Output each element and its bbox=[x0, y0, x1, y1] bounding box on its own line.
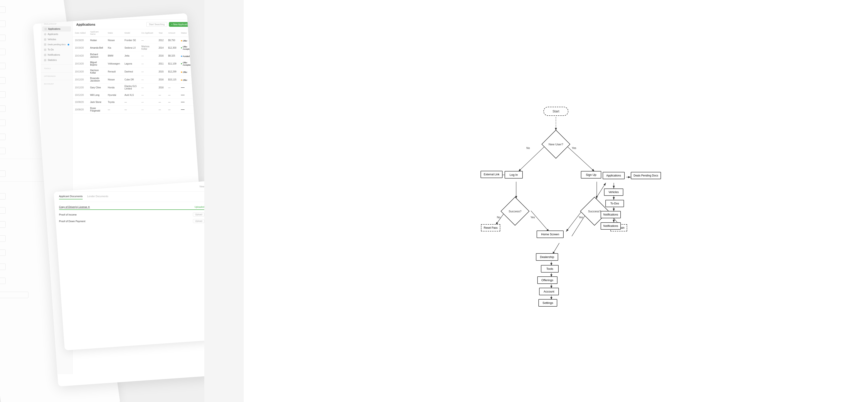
table-row[interactable]: 10/12/20 Rosendo Jacobson Nissan Cube DR… bbox=[73, 76, 195, 84]
sidebar-item-todo[interactable]: To-Do bbox=[41, 47, 72, 52]
sidebar-item-statistics[interactable]: Statistics bbox=[41, 57, 72, 63]
cell-year: 2015 bbox=[156, 68, 166, 76]
col-model: Model bbox=[122, 29, 139, 37]
cell-amount: — bbox=[166, 98, 179, 106]
cell-date: 10/14/20 bbox=[73, 52, 88, 60]
field-vehicle-value-input bbox=[0, 134, 6, 140]
field-total-fees-input bbox=[0, 263, 6, 270]
cell-status: — bbox=[179, 91, 195, 98]
cell-amount: $12,299 bbox=[166, 68, 179, 76]
cell-make: Hyundai bbox=[105, 91, 122, 98]
field-monthly-pay-input bbox=[0, 63, 6, 69]
sidebar-divider-3 bbox=[41, 80, 72, 80]
statistics-icon bbox=[44, 59, 46, 61]
node-notifications-1: Notifications bbox=[600, 211, 621, 218]
col-amount: Amount bbox=[166, 29, 179, 37]
field-book-source-select[interactable]: ▾ bbox=[0, 148, 6, 154]
doc-item-1: Copy of Driver(s) License ✕ Uploaded bbox=[59, 205, 204, 210]
cell-coapplicant: Marissa Kellar bbox=[139, 44, 156, 52]
table-row[interactable]: 10/08/20 Jack Stone Toyota — — — — — bbox=[73, 98, 195, 106]
sidebar-item-applications[interactable]: Applications bbox=[42, 26, 71, 32]
col-status: Status bbox=[179, 29, 195, 37]
doc-income-upload[interactable]: Upload bbox=[193, 212, 204, 217]
node-account: Account bbox=[539, 288, 559, 295]
sidebar-section-account: ACCOUNT bbox=[41, 82, 72, 86]
cell-year: 2014 bbox=[156, 44, 166, 52]
cell-model: Sedona LX bbox=[122, 44, 139, 52]
tab-lender-docs[interactable]: Lender Documents bbox=[87, 195, 108, 199]
cell-status: — bbox=[179, 84, 195, 91]
cell-model: Elantra GL5 Limited bbox=[122, 84, 139, 91]
cell-make: Honda bbox=[105, 84, 122, 91]
label-success-no-left: No bbox=[497, 216, 500, 219]
table-row[interactable]: 10/08/20 Rosie Fitzgerald — — — — — — bbox=[73, 106, 195, 114]
applications-icon bbox=[44, 28, 47, 30]
field-model-input bbox=[0, 105, 6, 112]
user-avatar: J bbox=[188, 13, 192, 17]
node-reset-pass: Reset Pass bbox=[481, 224, 500, 231]
cell-model: Frontier SE bbox=[122, 37, 139, 44]
cell-coapplicant: — bbox=[139, 37, 156, 44]
table-row[interactable]: 10/18/20 Hodan Nissan Frontier SE — 2012… bbox=[73, 37, 195, 44]
table-row[interactable]: 10/12/20 Will Long Hyundai Avid XLS — — … bbox=[73, 91, 195, 98]
field-loan-type-select[interactable]: ▾ bbox=[0, 91, 6, 98]
content-title: Applications bbox=[76, 23, 95, 26]
cell-amount: $15,115 bbox=[166, 76, 179, 84]
sidebar-item-notifications[interactable]: Notifications bbox=[41, 52, 72, 57]
cell-model: Avid XLS bbox=[122, 91, 139, 98]
cell-model: — bbox=[122, 98, 139, 106]
cell-coapplicant: — bbox=[139, 91, 156, 98]
cell-date: 10/12/20 bbox=[73, 91, 88, 98]
field-unpaid-input bbox=[0, 278, 6, 284]
cell-coapplicant: — bbox=[139, 68, 156, 76]
node-external-link: External Link bbox=[480, 171, 502, 178]
col-date: Date Added bbox=[73, 29, 88, 37]
deals-pending-badge bbox=[68, 44, 69, 46]
node-settings: Settings bbox=[538, 299, 557, 307]
tab-applicant-docs[interactable]: Applicant Documents bbox=[59, 195, 83, 199]
cell-year: 2016 bbox=[156, 52, 166, 60]
cell-status: Offer bbox=[179, 37, 195, 44]
vehicles-icon bbox=[44, 38, 46, 41]
table-row[interactable]: 10/12/20 Gary Cline Honda Elantra GL5 Li… bbox=[73, 84, 195, 91]
cell-model: Cube DR bbox=[122, 76, 139, 84]
table-row[interactable]: 10/13/20 Miguel Bojeno Volkswagen Laguna… bbox=[73, 60, 195, 68]
doc-downpayment-upload[interactable]: Upload bbox=[193, 219, 204, 223]
sidebar-section-offerings: OFFERINGS bbox=[41, 74, 72, 78]
col-year: Year bbox=[156, 29, 166, 37]
svg-line-3 bbox=[567, 146, 594, 171]
sidebar-divider-1 bbox=[41, 64, 72, 65]
cell-status: Offer bbox=[179, 76, 195, 84]
node-notifications-2: Notifications bbox=[600, 222, 621, 230]
sidebar-item-applicants[interactable]: Applicants bbox=[41, 32, 72, 37]
screen-docs: Documents View Applicant Documents Lende… bbox=[54, 181, 204, 350]
table-row[interactable]: 10/13/20 Harrison Kellar Renault Danheul… bbox=[73, 68, 195, 76]
doc-item-2: Proof of Income Upload bbox=[59, 212, 204, 217]
field-other-fees-input bbox=[0, 249, 6, 256]
field-cash-down-input bbox=[0, 221, 6, 228]
node-vehicles: Vehicles bbox=[604, 189, 623, 196]
field-income-type-select[interactable]: ▾ bbox=[0, 21, 6, 27]
search-box[interactable]: Start Searching bbox=[146, 22, 167, 27]
table-row[interactable]: 10/18/20 Amanda Bell Kia Sedona LX Maris… bbox=[73, 44, 195, 52]
node-new-user-label: New User? bbox=[542, 131, 569, 158]
left-panel: Title * Income Type * ▾ Phone Number * G… bbox=[0, 0, 204, 402]
node-new-user-wrapper: New User? bbox=[542, 131, 569, 158]
cell-name: Richard Jackson bbox=[88, 52, 105, 60]
cell-coapplicant: — bbox=[139, 98, 156, 106]
mockup-container: Title * Income Type * ▾ Phone Number * G… bbox=[0, 0, 204, 402]
node-deals-pending-docs: Deals Pending Docs bbox=[631, 172, 661, 179]
cell-coapplicant: — bbox=[139, 76, 156, 84]
table-row[interactable]: 10/14/20 Richard Jackson BMW Jetta — 201… bbox=[73, 52, 195, 60]
field-vehicle-type-select[interactable]: ▾ bbox=[0, 77, 6, 84]
doc-item-3: Proof of Down Payment Upload bbox=[59, 219, 204, 223]
svg-line-2 bbox=[519, 146, 545, 171]
doc-income-label: Proof of Income bbox=[59, 213, 77, 216]
label-success-yes-left: Yes bbox=[530, 216, 535, 219]
sidebar-item-vehicles[interactable]: Vehicles bbox=[41, 37, 72, 42]
sidebar-item-deals-pending[interactable]: Deals pending docs bbox=[41, 42, 72, 47]
new-application-button[interactable]: + New Application bbox=[169, 22, 192, 27]
cell-make: Nissan bbox=[105, 76, 122, 84]
node-login: Log In bbox=[505, 171, 523, 178]
col-name: Applicant Name bbox=[88, 29, 105, 37]
